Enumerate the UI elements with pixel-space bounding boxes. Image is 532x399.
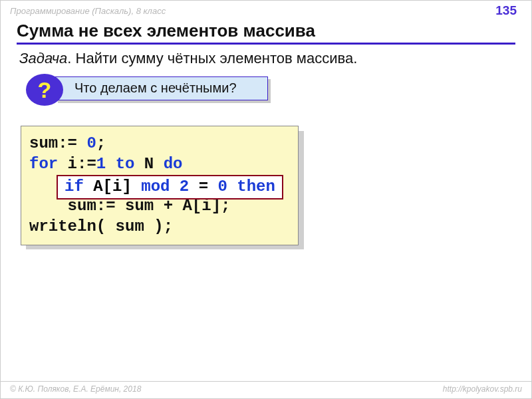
slide-title: Сумма не всех элементов массива [17, 21, 515, 41]
question-block: Что делаем с нечётными? ? [26, 75, 531, 108]
footer-url: http://kpolyakov.spb.ru [443, 384, 522, 398]
question-badge: ? [26, 74, 63, 106]
code-block: sum:= 0; for i:=1 to N do sum:= sum + A[… [21, 126, 299, 245]
task-label: Задача [19, 50, 67, 66]
slide-header: Программирование (Паскаль), 8 класс 135 [1, 1, 531, 19]
question-box: Что делаем с нечётными? [55, 76, 268, 100]
page-number: 135 [495, 3, 517, 18]
copyright-text: © К.Ю. Поляков, Е.А. Ерёмин, 2018 [10, 384, 141, 398]
code-line-5: writeln( sum ); [29, 216, 291, 237]
code-line-2: for i:=1 to N do [29, 154, 291, 174]
task-text: Задача. Найти сумму чётных элементов мас… [19, 50, 515, 67]
code-line-1: sum:= 0; [29, 133, 291, 154]
title-row: Сумма не всех элементов массива [17, 21, 515, 45]
slide-footer: © К.Ю. Поляков, Е.А. Ерёмин, 2018 http:/… [1, 381, 531, 398]
question-mark-icon: ? [38, 78, 52, 101]
course-label: Программирование (Паскаль), 8 класс [10, 6, 166, 16]
task-body: . Найти сумму чётных элементов массива. [67, 50, 357, 66]
code-highlight-condition: if A[i] mod 2 = 0 then [57, 175, 283, 200]
